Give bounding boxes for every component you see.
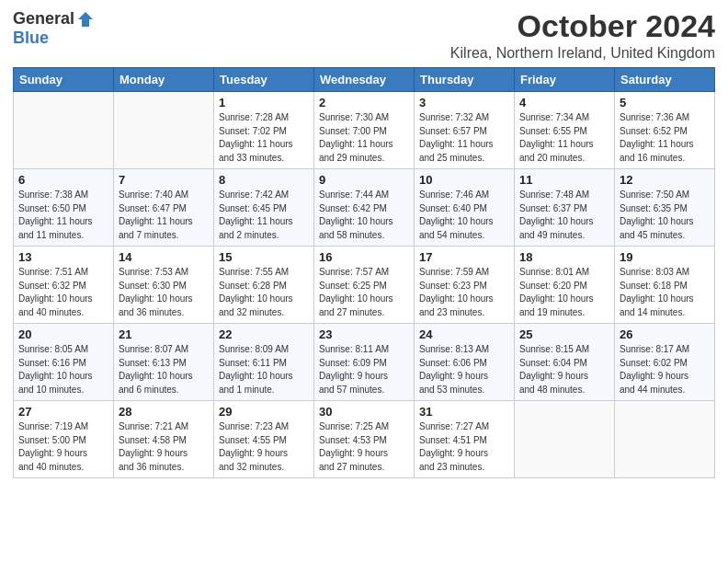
calendar-cell: 30Sunrise: 7:25 AM Sunset: 4:53 PM Dayli… xyxy=(314,401,415,478)
title-block: October 2024 Kilrea, Northern Ireland, U… xyxy=(450,9,715,62)
calendar-cell: 27Sunrise: 7:19 AM Sunset: 5:00 PM Dayli… xyxy=(14,401,114,478)
header-row: SundayMondayTuesdayWednesdayThursdayFrid… xyxy=(14,68,715,92)
day-number: 28 xyxy=(119,405,209,419)
day-number: 30 xyxy=(319,405,409,419)
header: General Blue October 2024 Kilrea, Northe… xyxy=(13,9,715,62)
calendar-cell xyxy=(114,92,214,169)
day-info: Sunrise: 8:01 AM Sunset: 6:20 PM Dayligh… xyxy=(519,266,609,319)
day-info: Sunrise: 7:21 AM Sunset: 4:58 PM Dayligh… xyxy=(119,420,209,474)
calendar-cell: 20Sunrise: 8:05 AM Sunset: 6:16 PM Dayli… xyxy=(14,324,114,401)
calendar-cell: 15Sunrise: 7:55 AM Sunset: 6:28 PM Dayli… xyxy=(214,247,314,324)
day-number: 29 xyxy=(219,405,309,419)
day-number: 8 xyxy=(219,173,309,187)
week-row-3: 13Sunrise: 7:51 AM Sunset: 6:32 PM Dayli… xyxy=(14,247,715,324)
calendar-cell: 29Sunrise: 7:23 AM Sunset: 4:55 PM Dayli… xyxy=(214,401,314,478)
day-info: Sunrise: 8:05 AM Sunset: 6:16 PM Dayligh… xyxy=(18,343,108,396)
month-title: October 2024 xyxy=(450,9,715,43)
calendar-cell: 9Sunrise: 7:44 AM Sunset: 6:42 PM Daylig… xyxy=(314,169,415,247)
week-row-1: 1Sunrise: 7:28 AM Sunset: 7:02 PM Daylig… xyxy=(14,92,715,169)
day-info: Sunrise: 7:34 AM Sunset: 6:55 PM Dayligh… xyxy=(519,111,609,165)
day-number: 22 xyxy=(219,327,309,341)
day-info: Sunrise: 7:23 AM Sunset: 4:55 PM Dayligh… xyxy=(219,420,309,474)
header-cell-friday: Friday xyxy=(515,68,615,92)
day-info: Sunrise: 7:42 AM Sunset: 6:45 PM Dayligh… xyxy=(219,189,309,242)
day-info: Sunrise: 7:40 AM Sunset: 6:47 PM Dayligh… xyxy=(119,189,209,242)
day-info: Sunrise: 7:28 AM Sunset: 7:02 PM Dayligh… xyxy=(219,111,309,165)
day-number: 7 xyxy=(119,173,209,187)
calendar-cell: 25Sunrise: 8:15 AM Sunset: 6:04 PM Dayli… xyxy=(515,324,615,401)
calendar-page: General Blue October 2024 Kilrea, Northe… xyxy=(0,0,728,563)
day-number: 5 xyxy=(620,96,710,109)
day-info: Sunrise: 7:55 AM Sunset: 6:28 PM Dayligh… xyxy=(219,266,309,319)
calendar-cell: 10Sunrise: 7:46 AM Sunset: 6:40 PM Dayli… xyxy=(415,169,515,247)
calendar-cell: 8Sunrise: 7:42 AM Sunset: 6:45 PM Daylig… xyxy=(214,169,314,247)
logo: General Blue xyxy=(13,9,95,48)
day-number: 17 xyxy=(419,250,509,264)
week-row-4: 20Sunrise: 8:05 AM Sunset: 6:16 PM Dayli… xyxy=(14,324,715,401)
calendar-cell: 4Sunrise: 7:34 AM Sunset: 6:55 PM Daylig… xyxy=(515,92,615,169)
day-info: Sunrise: 8:13 AM Sunset: 6:06 PM Dayligh… xyxy=(419,343,509,396)
location-title: Kilrea, Northern Ireland, United Kingdom xyxy=(450,45,715,62)
day-info: Sunrise: 7:59 AM Sunset: 6:23 PM Dayligh… xyxy=(419,266,509,319)
calendar-cell: 26Sunrise: 8:17 AM Sunset: 6:02 PM Dayli… xyxy=(615,324,715,401)
day-number: 21 xyxy=(119,327,209,341)
day-number: 27 xyxy=(18,405,108,419)
day-info: Sunrise: 7:51 AM Sunset: 6:32 PM Dayligh… xyxy=(18,266,108,319)
day-number: 24 xyxy=(419,327,509,341)
day-info: Sunrise: 7:48 AM Sunset: 6:37 PM Dayligh… xyxy=(519,189,609,242)
header-cell-monday: Monday xyxy=(114,68,214,92)
day-number: 11 xyxy=(519,173,609,187)
calendar-cell xyxy=(515,401,615,478)
day-number: 6 xyxy=(18,173,108,187)
calendar-cell: 21Sunrise: 8:07 AM Sunset: 6:13 PM Dayli… xyxy=(114,324,214,401)
day-info: Sunrise: 8:03 AM Sunset: 6:18 PM Dayligh… xyxy=(620,266,710,319)
calendar-table: SundayMondayTuesdayWednesdayThursdayFrid… xyxy=(13,67,715,478)
day-info: Sunrise: 8:11 AM Sunset: 6:09 PM Dayligh… xyxy=(319,343,409,396)
day-number: 15 xyxy=(219,250,309,264)
header-cell-thursday: Thursday xyxy=(415,68,515,92)
calendar-cell: 3Sunrise: 7:32 AM Sunset: 6:57 PM Daylig… xyxy=(415,92,515,169)
calendar-cell: 23Sunrise: 8:11 AM Sunset: 6:09 PM Dayli… xyxy=(314,324,415,401)
day-info: Sunrise: 7:46 AM Sunset: 6:40 PM Dayligh… xyxy=(419,189,509,242)
day-info: Sunrise: 7:44 AM Sunset: 6:42 PM Dayligh… xyxy=(319,189,409,242)
day-number: 26 xyxy=(620,327,710,341)
calendar-cell: 28Sunrise: 7:21 AM Sunset: 4:58 PM Dayli… xyxy=(114,401,214,478)
calendar-cell xyxy=(615,401,715,478)
calendar-cell: 17Sunrise: 7:59 AM Sunset: 6:23 PM Dayli… xyxy=(415,247,515,324)
day-info: Sunrise: 7:30 AM Sunset: 7:00 PM Dayligh… xyxy=(319,111,409,165)
calendar-cell: 19Sunrise: 8:03 AM Sunset: 6:18 PM Dayli… xyxy=(615,247,715,324)
calendar-cell: 12Sunrise: 7:50 AM Sunset: 6:35 PM Dayli… xyxy=(615,169,715,247)
week-row-2: 6Sunrise: 7:38 AM Sunset: 6:50 PM Daylig… xyxy=(14,169,715,247)
day-number: 10 xyxy=(419,173,509,187)
day-number: 20 xyxy=(18,327,108,341)
day-info: Sunrise: 7:27 AM Sunset: 4:51 PM Dayligh… xyxy=(419,420,509,474)
logo-icon xyxy=(76,10,95,29)
logo-blue-text: Blue xyxy=(13,29,49,48)
header-cell-tuesday: Tuesday xyxy=(214,68,314,92)
calendar-cell xyxy=(14,92,114,169)
calendar-cell: 11Sunrise: 7:48 AM Sunset: 6:37 PM Dayli… xyxy=(515,169,615,247)
day-info: Sunrise: 7:57 AM Sunset: 6:25 PM Dayligh… xyxy=(319,266,409,319)
day-info: Sunrise: 7:25 AM Sunset: 4:53 PM Dayligh… xyxy=(319,420,409,474)
calendar-cell: 6Sunrise: 7:38 AM Sunset: 6:50 PM Daylig… xyxy=(14,169,114,247)
day-info: Sunrise: 7:19 AM Sunset: 5:00 PM Dayligh… xyxy=(18,420,108,474)
day-number: 3 xyxy=(419,96,509,109)
day-info: Sunrise: 7:50 AM Sunset: 6:35 PM Dayligh… xyxy=(620,189,710,242)
day-number: 14 xyxy=(119,250,209,264)
day-number: 12 xyxy=(620,173,710,187)
day-number: 23 xyxy=(319,327,409,341)
calendar-cell: 1Sunrise: 7:28 AM Sunset: 7:02 PM Daylig… xyxy=(214,92,314,169)
day-number: 4 xyxy=(519,96,609,109)
calendar-cell: 14Sunrise: 7:53 AM Sunset: 6:30 PM Dayli… xyxy=(114,247,214,324)
day-number: 16 xyxy=(319,250,409,264)
day-info: Sunrise: 8:15 AM Sunset: 6:04 PM Dayligh… xyxy=(519,343,609,396)
calendar-cell: 16Sunrise: 7:57 AM Sunset: 6:25 PM Dayli… xyxy=(314,247,415,324)
day-number: 25 xyxy=(519,327,609,341)
day-number: 18 xyxy=(519,250,609,264)
day-info: Sunrise: 7:53 AM Sunset: 6:30 PM Dayligh… xyxy=(119,266,209,319)
day-number: 9 xyxy=(319,173,409,187)
calendar-cell: 24Sunrise: 8:13 AM Sunset: 6:06 PM Dayli… xyxy=(415,324,515,401)
svg-marker-0 xyxy=(78,12,93,27)
header-cell-wednesday: Wednesday xyxy=(314,68,415,92)
header-cell-sunday: Sunday xyxy=(14,68,114,92)
